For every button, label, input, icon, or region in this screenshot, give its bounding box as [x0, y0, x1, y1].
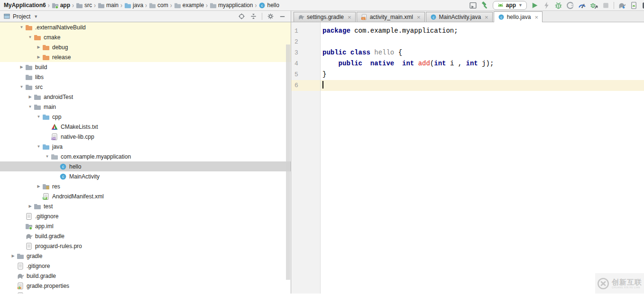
code-line-1[interactable]: package com.example.myapplication; — [321, 26, 644, 36]
tree-item-debug[interactable]: ▶debug — [0, 42, 291, 52]
tree-item-gradle[interactable]: ▶gradle — [0, 251, 291, 261]
breadcrumb-item-main[interactable]: main — [97, 2, 120, 9]
tree-item-res[interactable]: ▶res — [0, 181, 291, 191]
tree-item-gitignore[interactable]: .gitignore — [0, 211, 291, 221]
tree-item-src[interactable]: ▼src — [0, 82, 291, 92]
tab-activity-main-xml[interactable]: <>activity_main.xml× — [357, 12, 425, 22]
close-tab-icon[interactable]: × — [485, 14, 488, 20]
tree-item-hello[interactable]: chello — [0, 161, 291, 171]
tree-item-build-gradle[interactable]: build.gradle — [0, 271, 291, 281]
svg-text:c: c — [432, 15, 434, 19]
breadcrumb-item-example[interactable]: example — [173, 2, 205, 9]
tree-item-externalnativebuild[interactable]: ▼.externalNativeBuild — [0, 22, 291, 32]
close-tab-icon[interactable]: × — [534, 14, 538, 20]
hide-minus-icon[interactable] — [279, 13, 286, 20]
expand-arrow-closed[interactable]: ▶ — [27, 95, 34, 99]
project-panel-actions — [238, 11, 286, 22]
avd-manager-icon[interactable] — [630, 1, 638, 9]
tree-item-com-example-myapplication[interactable]: ▼com.example.myapplication — [0, 151, 291, 161]
breadcrumb-item-src[interactable]: src — [75, 2, 93, 9]
breadcrumb-item-myapplication6[interactable]: MyApplication6 — [3, 2, 47, 9]
close-tab-icon[interactable]: × — [348, 14, 351, 20]
expand-arrow-open[interactable]: ▼ — [44, 154, 51, 159]
breadcrumb-item-com[interactable]: com — [148, 2, 169, 9]
tree-item-label: native-lib.cpp — [61, 134, 94, 140]
tree-item-label: MainActivity — [69, 173, 100, 180]
tree-item-main[interactable]: ▼main — [0, 102, 291, 112]
tree-item-native-lib-cpp[interactable]: C++native-lib.cpp — [0, 132, 291, 142]
settings-gear-icon[interactable] — [267, 13, 274, 20]
class-icon: c — [258, 2, 266, 9]
expand-arrow-open[interactable]: ▼ — [35, 144, 42, 149]
expand-arrow-closed[interactable]: ▶ — [35, 55, 42, 59]
code-line-3[interactable]: public class hello { — [321, 47, 644, 58]
expand-arrow-closed[interactable]: ▶ — [35, 45, 42, 49]
class-icon: c — [430, 14, 437, 20]
attach-debugger-icon[interactable] — [566, 1, 574, 9]
project-tree: ▼.externalNativeBuild▼cmake▶debug▶releas… — [0, 22, 291, 294]
line-number: 6 — [291, 80, 320, 91]
code-line-4[interactable]: public native int add(int i , int j); — [321, 58, 644, 69]
breadcrumb-item-myapplication[interactable]: myapplication — [209, 2, 254, 9]
debug-bug-icon[interactable] — [554, 1, 562, 9]
apply-changes-lightning-icon[interactable] — [543, 1, 551, 9]
tab-mainactivity-java[interactable]: cMainActivity.java× — [426, 12, 493, 22]
breadcrumb-item-hello[interactable]: chello — [258, 2, 280, 9]
expand-arrow-open[interactable]: ▼ — [18, 25, 25, 29]
tree-item-cpp[interactable]: ▼cpp — [0, 112, 291, 122]
tree-item-test[interactable]: ▶test — [0, 201, 291, 211]
code-line-2[interactable] — [321, 36, 644, 47]
tree-item-androidtest[interactable]: ▶androidTest — [0, 92, 291, 102]
code-editor[interactable]: 123456 package com.example.myapplication… — [291, 22, 644, 294]
tree-item-androidmanifest-xml[interactable]: MFAndroidManifest.xml — [0, 191, 291, 201]
editor-tab-bar: settings.gradle×<>activity_main.xml×cMai… — [291, 11, 644, 22]
gradle-sync-elephant-icon[interactable] — [618, 1, 626, 9]
toolwindow-toggle-icon[interactable] — [469, 1, 477, 9]
collapse-all-icon[interactable] — [250, 13, 257, 20]
tree-item-cmakelists-txt[interactable]: CMakeLists.txt — [0, 122, 291, 132]
tree-item-build[interactable]: ▶build — [0, 62, 291, 72]
tree-item-libs[interactable]: libs — [0, 72, 291, 82]
tab-settings-gradle[interactable]: settings.gradle× — [294, 12, 356, 22]
code-line-6[interactable] — [321, 80, 644, 91]
android-profiler-icon[interactable] — [578, 1, 586, 9]
locate-icon[interactable] — [238, 13, 245, 20]
expand-arrow-closed[interactable]: ▶ — [27, 204, 34, 208]
code-line-5[interactable]: } — [321, 69, 644, 80]
run-play-icon[interactable] — [531, 1, 539, 9]
tree-item-partial[interactable] — [0, 291, 291, 294]
expand-arrow-open[interactable]: ▼ — [27, 105, 34, 109]
tree-item-proguard-rules-pro[interactable]: proguard-rules.pro — [0, 241, 291, 251]
tree-item-gitignore[interactable]: .gitignore — [0, 261, 291, 271]
tree-item-label: gradle — [27, 253, 42, 259]
tree-item-label: com.example.myapplication — [61, 153, 131, 160]
tree-item-cmake[interactable]: ▼cmake — [0, 32, 291, 42]
sdk-manager-partial-icon[interactable] — [642, 1, 644, 9]
tree-item-release[interactable]: ▶release — [0, 52, 291, 62]
project-tree-scrollbar[interactable] — [286, 45, 290, 280]
expand-arrow-open[interactable]: ▼ — [18, 85, 25, 89]
tree-item-mainactivity[interactable]: cMainActivity — [0, 171, 291, 181]
expand-arrow-open[interactable]: ▼ — [27, 35, 34, 39]
stop-icon[interactable] — [602, 1, 610, 9]
code-token: j); — [478, 60, 494, 67]
close-tab-icon[interactable]: × — [417, 14, 421, 20]
breadcrumb-item-java[interactable]: java — [123, 2, 144, 9]
tab-hello-java[interactable]: chello.java× — [494, 11, 543, 22]
editor-code-area[interactable]: package com.example.myapplication;public… — [321, 22, 644, 294]
chevron-down-icon[interactable]: ▼ — [34, 14, 38, 19]
expand-arrow-closed[interactable]: ▶ — [9, 254, 17, 258]
debug-attach-process-icon[interactable] — [590, 1, 598, 9]
tree-item-build-gradle[interactable]: build.gradle — [0, 231, 291, 241]
expand-arrow-closed[interactable]: ▶ — [35, 184, 42, 188]
tree-item-label: CMakeLists.txt — [61, 124, 98, 130]
tree-item-app-iml[interactable]: app.iml — [0, 221, 291, 231]
run-configuration-dropdown[interactable]: app▼ — [493, 1, 527, 10]
folder-grey-icon — [17, 252, 24, 260]
tree-item-java[interactable]: ▼java — [0, 142, 291, 151]
tree-item-gradle-properties[interactable]: gradle.properties — [0, 281, 291, 291]
expand-arrow-closed[interactable]: ▶ — [18, 65, 25, 69]
breadcrumb-item-app[interactable]: app — [51, 2, 71, 9]
expand-arrow-open[interactable]: ▼ — [35, 115, 42, 119]
build-hammer-icon[interactable] — [481, 1, 489, 9]
